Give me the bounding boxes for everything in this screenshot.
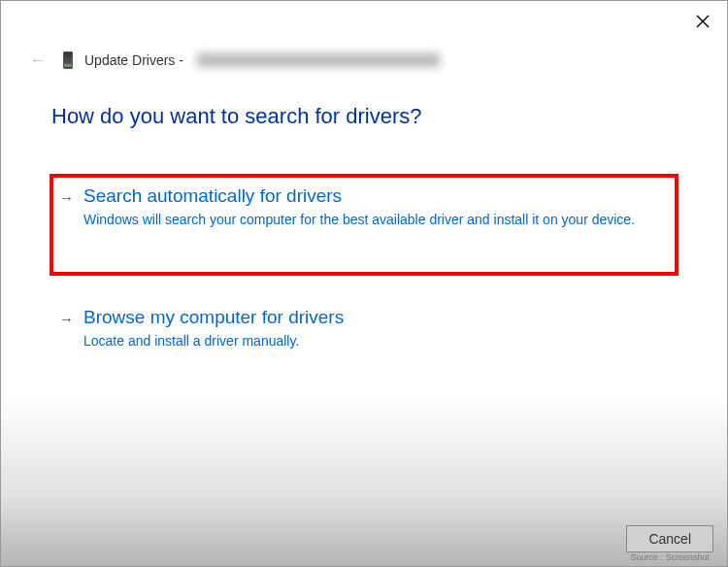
arrow-right-icon: → [59,189,74,206]
option-title: Browse my computer for drivers [83,307,663,328]
question-heading: How do you want to search for drivers? [51,104,677,129]
main-content: How do you want to search for drivers? →… [51,104,677,389]
source-label: Source : Screenshot [630,552,710,562]
dialog-window: ← Update Drivers - How do you want to se… [0,0,728,567]
option-title: Search automatically for drivers [83,185,663,207]
option-text: Browse my computer for drivers Locate an… [83,307,663,350]
option-description: Windows will search your computer for th… [83,211,663,229]
option-search-automatically[interactable]: → Search automatically for drivers Windo… [51,176,677,274]
close-icon [696,15,710,28]
device-name-obscured [197,53,440,67]
device-icon [63,51,73,69]
option-description: Locate and install a driver manually. [83,332,663,350]
back-arrow-icon[interactable]: ← [24,50,51,71]
cancel-button[interactable]: Cancel [626,525,713,552]
option-browse-computer[interactable]: → Browse my computer for drivers Locate … [51,297,677,366]
option-text: Search automatically for drivers Windows… [83,185,663,229]
header-title: Update Drivers - [84,52,183,68]
header-row: ← Update Drivers - [24,50,440,71]
arrow-right-icon: → [59,311,74,327]
footer: Cancel [626,525,713,552]
close-button[interactable] [692,11,713,32]
